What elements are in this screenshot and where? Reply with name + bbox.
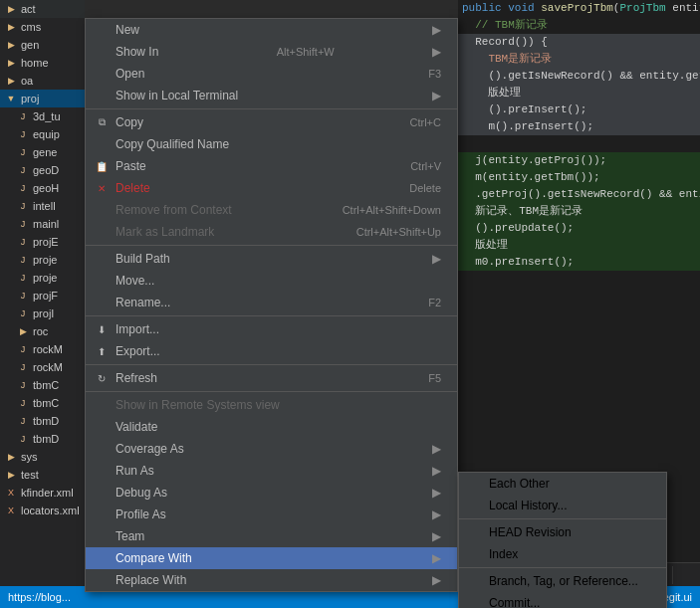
file-tree-item-locators[interactable]: X locators.xml: [0, 502, 85, 519]
java-icon: J: [16, 181, 30, 195]
file-tree-item-sys[interactable]: ▶ sys: [0, 448, 85, 466]
file-tree-item-rockm2[interactable]: J rockM: [0, 358, 85, 376]
file-tree-item-oa[interactable]: ▶ oa: [0, 72, 85, 90]
file-tree-item-proji[interactable]: J projI: [0, 304, 85, 322]
file-tree-item-proj[interactable]: ▼ proj: [0, 90, 85, 107]
separator-3: [86, 315, 457, 316]
menu-item-mark-landmark[interactable]: Mark as Landmark Ctrl+Alt+Shift+Up: [86, 221, 457, 243]
file-tree-item-act[interactable]: ▶ act: [0, 0, 85, 18]
file-tree-item-home[interactable]: ▶ home: [0, 54, 85, 72]
file-tree-item-geoh[interactable]: J geoH: [0, 179, 85, 197]
arrow-icon: ▶: [432, 486, 441, 500]
mark-icon: [94, 224, 110, 240]
export-icon: ⬆: [94, 343, 110, 359]
file-tree-item-tbmd1[interactable]: J tbmD: [0, 412, 85, 430]
menu-item-export[interactable]: ⬆ Export...: [86, 340, 457, 362]
arrow-icon: ▶: [432, 573, 441, 587]
submenu-item-branch-tag-ref[interactable]: Branch, Tag, or Reference...: [459, 570, 666, 592]
code-line-6: 版处理: [458, 85, 700, 101]
menu-item-show-local-terminal[interactable]: Show in Local Terminal ▶: [86, 85, 457, 106]
file-tree-item-proje3[interactable]: J proje: [0, 269, 85, 287]
java-icon: J: [16, 306, 30, 320]
java-icon: J: [16, 235, 30, 249]
menu-item-build-path[interactable]: Build Path ▶: [86, 248, 457, 270]
code-line-11: m(entity.getTbm());: [458, 169, 700, 186]
file-tree-item-projf[interactable]: J projF: [0, 287, 85, 304]
file-tree: ▶ act ▶ cms ▶ gen ▶ home ▶ oa ▼ proj J 3…: [0, 0, 85, 608]
file-tree-item-cms[interactable]: ▶ cms: [0, 18, 85, 36]
file-tree-item-tbmc1[interactable]: J tbmC: [0, 376, 85, 394]
file-tree-item-tbmd2[interactable]: J tbmD: [0, 430, 85, 448]
menu-item-refresh[interactable]: ↻ Refresh F5: [86, 367, 457, 389]
arrow-icon: ▶: [432, 89, 441, 102]
menu-item-run-as[interactable]: Run As ▶: [86, 460, 457, 482]
file-tree-item-3dtu[interactable]: J 3d_tu: [0, 107, 85, 125]
submenu-item-commit[interactable]: Commit...: [459, 592, 666, 608]
submenu-item-local-history[interactable]: Local History...: [459, 495, 666, 516]
separator-1: [86, 108, 457, 109]
separator-4: [86, 364, 457, 365]
file-tree-item-kfinder[interactable]: X kfinder.xml: [0, 484, 85, 502]
file-tree-item-proje1[interactable]: J projE: [0, 233, 85, 251]
separator-2: [86, 245, 457, 246]
java-icon: J: [16, 414, 30, 428]
file-tree-item-equip[interactable]: J equip: [0, 125, 85, 143]
code-line-8: m().preInsert();: [458, 118, 700, 135]
menu-item-new[interactable]: New ▶: [86, 19, 457, 41]
file-tree-item-gene[interactable]: J gene: [0, 143, 85, 161]
menu-item-remove-context[interactable]: Remove from Context Ctrl+Alt+Shift+Down: [86, 199, 457, 221]
menu-item-show-in[interactable]: Show In Alt+Shift+W ▶: [86, 41, 457, 63]
menu-item-replace-with[interactable]: Replace With ▶: [86, 569, 457, 591]
menu-item-move[interactable]: Move...: [86, 270, 457, 292]
xml-icon: X: [4, 486, 18, 500]
java-icon: J: [16, 289, 30, 303]
file-tree-item-rockm1[interactable]: J rockM: [0, 340, 85, 358]
java-icon: J: [16, 127, 30, 141]
file-tree-item-test[interactable]: ▶ test: [0, 466, 85, 484]
menu-item-team[interactable]: Team ▶: [86, 525, 457, 547]
submenu-item-index[interactable]: Index: [459, 543, 666, 565]
menu-item-delete[interactable]: ✕ Delete Delete: [86, 177, 457, 199]
folder-open-icon: ▼: [4, 92, 18, 105]
menu-item-debug-as[interactable]: Debug As ▶: [86, 482, 457, 504]
menu-item-profile-as[interactable]: Profile As ▶: [86, 504, 457, 525]
file-tree-item-gen[interactable]: ▶ gen: [0, 36, 85, 54]
refresh-icon: ↻: [94, 370, 110, 386]
java-icon: J: [16, 378, 30, 392]
java-icon: J: [16, 271, 30, 285]
menu-item-open[interactable]: Open F3: [86, 63, 457, 85]
java-icon: J: [16, 145, 30, 159]
menu-item-copy-qualified[interactable]: Copy Qualified Name: [86, 133, 457, 155]
menu-item-rename[interactable]: Rename... F2: [86, 292, 457, 313]
code-line-7: ().preInsert();: [458, 101, 700, 118]
file-tree-item-roc[interactable]: ▶ roc: [0, 322, 85, 340]
file-tree-item-geod[interactable]: J geoD: [0, 161, 85, 179]
folder-icon: ▶: [4, 468, 18, 482]
arrow-icon: ▶: [432, 442, 441, 456]
folder-icon: ▶: [4, 20, 18, 34]
code-line-15: 版处理: [458, 237, 700, 254]
file-tree-item-intell[interactable]: J intell: [0, 197, 85, 215]
code-line-3: Record()) {: [458, 34, 700, 51]
menu-item-remote-systems[interactable]: Show in Remote Systems view: [86, 394, 457, 416]
menu-item-import[interactable]: ⬇ Import...: [86, 318, 457, 340]
file-tree-item-mainl[interactable]: J mainl: [0, 215, 85, 233]
arrow-icon: ▶: [432, 464, 441, 478]
java-icon: J: [16, 199, 30, 213]
arrow-icon: ▶: [432, 45, 441, 59]
submenu-item-head-revision[interactable]: HEAD Revision: [459, 521, 666, 543]
menu-item-compare-with[interactable]: Compare With ▶: [86, 547, 457, 569]
file-tree-item-proje2[interactable]: J proje: [0, 251, 85, 269]
menu-item-paste[interactable]: 📋 Paste Ctrl+V: [86, 155, 457, 177]
menu-item-copy[interactable]: ⧉ Copy Ctrl+C: [86, 111, 457, 133]
xml-icon: X: [4, 504, 18, 517]
menu-item-coverage-as[interactable]: Coverage As ▶: [86, 438, 457, 460]
delete-icon: ✕: [94, 180, 110, 196]
copy-icon: ⧉: [94, 114, 110, 130]
arrow-icon: ▶: [432, 529, 441, 543]
code-line-14: ().preUpdate();: [458, 220, 700, 237]
java-icon: J: [16, 360, 30, 374]
submenu-item-each-other[interactable]: Each Other: [459, 473, 666, 495]
file-tree-item-tbmc2[interactable]: J tbmC: [0, 394, 85, 412]
menu-item-validate[interactable]: Validate: [86, 416, 457, 438]
